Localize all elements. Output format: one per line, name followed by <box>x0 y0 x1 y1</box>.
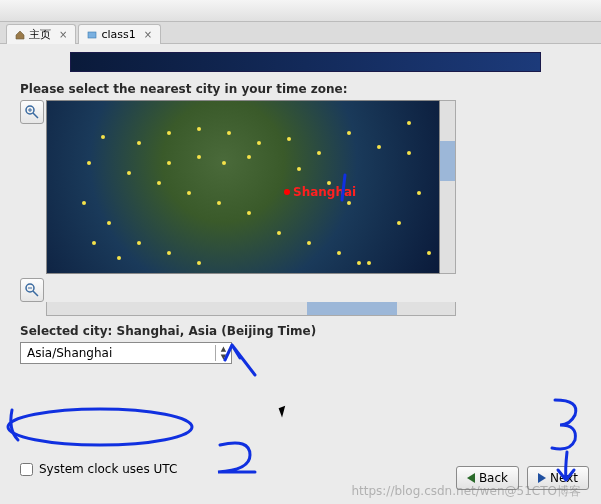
tab-home[interactable]: 主页 × <box>6 24 76 44</box>
city-dot <box>197 261 201 265</box>
zoom-out-button[interactable] <box>20 278 44 302</box>
svg-line-6 <box>33 291 38 296</box>
city-dot <box>297 167 301 171</box>
selected-city-text: Selected city: Shanghai, Asia (Beijing T… <box>20 324 591 338</box>
magnifier-plus-icon <box>24 104 40 120</box>
tab-bar: 主页 × class1 × <box>0 22 601 44</box>
close-icon[interactable]: × <box>59 29 67 40</box>
svg-rect-0 <box>88 32 96 38</box>
svg-line-2 <box>33 113 38 118</box>
zoom-in-button[interactable] <box>20 100 44 124</box>
city-dot <box>417 191 421 195</box>
city-dot <box>307 241 311 245</box>
city-dot <box>427 251 431 255</box>
city-dot <box>157 181 161 185</box>
selected-city-dot <box>284 189 290 195</box>
utc-checkbox-label: System clock uses UTC <box>39 462 177 476</box>
city-dot <box>257 141 261 145</box>
tab-class1[interactable]: class1 × <box>78 24 161 44</box>
selected-city-label: Shanghai <box>293 185 356 199</box>
city-dot <box>317 151 321 155</box>
city-dot <box>117 256 121 260</box>
city-dot <box>407 151 411 155</box>
vm-icon <box>87 30 97 40</box>
city-dot <box>247 211 251 215</box>
city-dot <box>87 161 91 165</box>
city-dot <box>357 261 361 265</box>
city-dot <box>222 161 226 165</box>
city-dot <box>127 171 131 175</box>
wizard-page: Please select the nearest city in your t… <box>0 44 601 504</box>
map-vertical-scrollbar[interactable] <box>440 100 456 274</box>
city-dot <box>197 127 201 131</box>
combo-spinner[interactable]: ▲▼ <box>215 345 231 361</box>
city-dot <box>337 251 341 255</box>
city-dot <box>397 221 401 225</box>
city-dot <box>287 137 291 141</box>
magnifier-minus-icon <box>24 282 40 298</box>
city-dot <box>92 241 96 245</box>
tab-label: 主页 <box>29 27 51 42</box>
city-dot <box>227 131 231 135</box>
city-dot <box>107 221 111 225</box>
instruction-text: Please select the nearest city in your t… <box>20 82 591 96</box>
arrow-left-icon <box>467 473 475 483</box>
mouse-cursor <box>279 404 293 417</box>
map-horizontal-scrollbar[interactable] <box>46 302 456 316</box>
city-dot <box>167 161 171 165</box>
city-dot <box>347 201 351 205</box>
close-icon[interactable]: × <box>144 29 152 40</box>
city-dot <box>377 145 381 149</box>
city-dot <box>137 241 141 245</box>
arrow-right-icon <box>538 473 546 483</box>
city-dot <box>82 201 86 205</box>
city-dot <box>367 261 371 265</box>
app-toolbar <box>0 0 601 22</box>
tab-label: class1 <box>101 28 135 41</box>
header-banner <box>70 52 541 72</box>
utc-checkbox[interactable] <box>20 463 33 476</box>
city-dot <box>277 231 281 235</box>
city-dot <box>197 155 201 159</box>
city-dot <box>167 131 171 135</box>
home-icon <box>15 30 25 40</box>
city-dot <box>327 181 331 185</box>
timezone-map[interactable]: Shanghai <box>46 100 440 274</box>
city-dot <box>137 141 141 145</box>
city-dot <box>187 191 191 195</box>
city-dot <box>407 121 411 125</box>
timezone-select[interactable]: Asia/Shanghai ▲▼ <box>20 342 232 364</box>
city-dot <box>217 201 221 205</box>
watermark-text: https://blog.csdn.net/wen@51CTO博客 <box>351 483 581 500</box>
city-dot <box>247 155 251 159</box>
city-dot <box>167 251 171 255</box>
timezone-value: Asia/Shanghai <box>21 346 215 360</box>
city-dot <box>347 131 351 135</box>
city-dot <box>101 135 105 139</box>
